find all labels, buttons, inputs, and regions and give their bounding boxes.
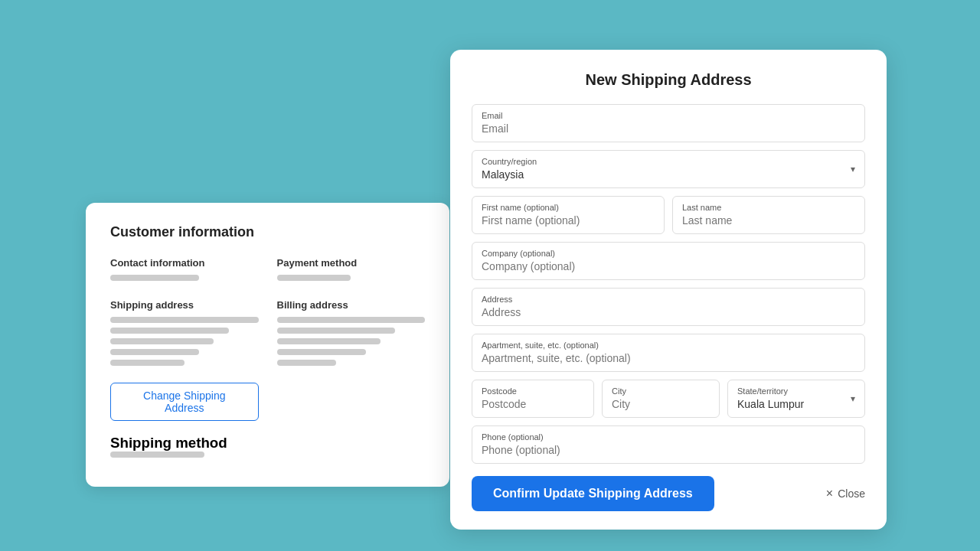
last-name-input[interactable] bbox=[682, 214, 855, 227]
billing-label: Billing address bbox=[277, 299, 426, 311]
location-row: Postcode City State/territory Kuala Lump… bbox=[472, 380, 865, 418]
country-field-group[interactable]: Country/region Malaysia ▾ bbox=[472, 150, 865, 188]
modal-title: New Shipping Address bbox=[472, 71, 865, 89]
email-input[interactable] bbox=[482, 122, 855, 135]
skeleton bbox=[110, 317, 259, 323]
skeleton bbox=[277, 338, 381, 344]
address-label: Address bbox=[482, 295, 855, 304]
address-field-group[interactable]: Address bbox=[472, 288, 865, 326]
address-input[interactable] bbox=[482, 306, 855, 318]
state-select[interactable]: Kuala Lumpur bbox=[737, 398, 855, 410]
company-label: Company (optional) bbox=[482, 249, 855, 258]
close-button[interactable]: × Close bbox=[826, 487, 865, 500]
company-field-group[interactable]: Company (optional) bbox=[472, 242, 865, 280]
phone-label: Phone (optional) bbox=[482, 432, 855, 442]
shipping-address-label: Shipping address bbox=[110, 299, 259, 311]
apt-input[interactable] bbox=[482, 352, 855, 364]
shipping-method-label: Shipping method bbox=[110, 435, 425, 452]
modal-footer: Confirm Update Shipping Address × Close bbox=[472, 476, 865, 511]
city-label: City bbox=[612, 386, 710, 396]
shipping-method-section: Shipping method bbox=[110, 435, 425, 458]
skeleton bbox=[110, 452, 204, 458]
payment-label: Payment method bbox=[277, 257, 426, 269]
apt-field-group[interactable]: Apartment, suite, etc. (optional) bbox=[472, 334, 865, 372]
payment-section: Payment method bbox=[277, 257, 426, 285]
skeleton bbox=[110, 275, 199, 281]
last-name-label: Last name bbox=[682, 203, 855, 212]
contact-section: Contact information bbox=[110, 257, 259, 285]
postcode-label: Postcode bbox=[482, 386, 584, 396]
skeleton bbox=[110, 360, 185, 366]
skeleton bbox=[277, 317, 426, 323]
phone-input[interactable] bbox=[482, 444, 855, 456]
state-field-group[interactable]: State/territory Kuala Lumpur ▾ bbox=[727, 380, 865, 418]
name-row: First name (optional) Last name bbox=[472, 196, 865, 234]
skeleton bbox=[110, 338, 214, 344]
city-input[interactable] bbox=[612, 398, 710, 410]
email-field-group[interactable]: Email bbox=[472, 104, 865, 142]
first-name-label: First name (optional) bbox=[482, 203, 655, 212]
confirm-update-shipping-address-button[interactable]: Confirm Update Shipping Address bbox=[472, 476, 714, 511]
billing-section: Billing address bbox=[277, 299, 426, 421]
close-label: Close bbox=[838, 487, 865, 500]
country-label: Country/region bbox=[482, 157, 855, 166]
change-shipping-address-button[interactable]: Change Shipping Address bbox=[110, 383, 259, 421]
country-select[interactable]: Malaysia bbox=[482, 168, 855, 181]
skeleton bbox=[277, 275, 351, 281]
first-name-input[interactable] bbox=[482, 214, 655, 227]
city-field-group[interactable]: City bbox=[602, 380, 720, 418]
postcode-field-group[interactable]: Postcode bbox=[472, 380, 594, 418]
apt-label: Apartment, suite, etc. (optional) bbox=[482, 341, 855, 350]
phone-field-group[interactable]: Phone (optional) bbox=[472, 425, 865, 464]
skeleton bbox=[277, 349, 366, 355]
skeleton bbox=[277, 328, 396, 334]
customer-info-card: Customer information Contact information… bbox=[86, 203, 449, 487]
email-label: Email bbox=[482, 111, 855, 120]
first-name-field-group[interactable]: First name (optional) bbox=[472, 196, 665, 234]
skeleton bbox=[277, 360, 336, 366]
contact-label: Contact information bbox=[110, 257, 259, 269]
postcode-input[interactable] bbox=[482, 398, 584, 410]
skeleton bbox=[110, 349, 199, 355]
company-input[interactable] bbox=[482, 260, 855, 272]
last-name-field-group[interactable]: Last name bbox=[672, 196, 865, 234]
skeleton bbox=[110, 328, 229, 334]
new-shipping-address-modal: New Shipping Address Email Country/regio… bbox=[450, 50, 887, 530]
close-icon: × bbox=[826, 487, 833, 500]
shipping-address-section: Shipping address Change Shipping Address bbox=[110, 299, 259, 421]
customer-card-title: Customer information bbox=[110, 224, 425, 240]
state-label: State/territory bbox=[737, 386, 855, 396]
